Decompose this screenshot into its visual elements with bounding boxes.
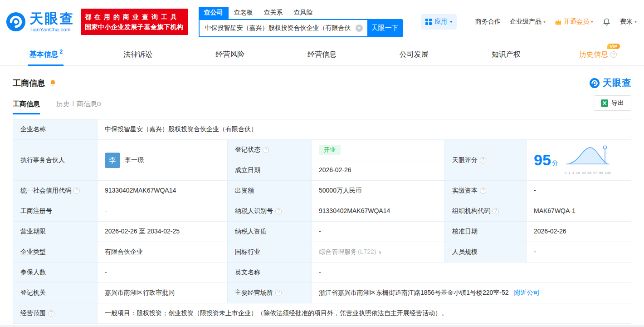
field-value: 2026-02-26 至 2034-02-25 [98,222,228,242]
subtab-business-info[interactable]: 工商信息 [13,100,40,114]
chevron-down-icon: ▾ [591,20,593,24]
help-icon[interactable]: ? [480,188,486,194]
help-icon[interactable]: ? [480,157,486,164]
help-icon[interactable]: ? [275,290,282,296]
table-row: 企业类型 有限合伙企业 国标行业 综合管理服务(L722)∨ 人员规模 - [13,242,631,263]
tab-legal-proceedings[interactable]: 法律诉讼 [92,44,184,65]
business-place-value: 浙江省嘉兴市南湖区东栅街道南江路1856号基金小镇1号楼220室-52附近公司 [312,283,631,303]
search-tab-risk[interactable]: 查风险 [288,7,318,19]
field-label: 参保人数 [13,263,98,283]
field-label: 执行事务合伙人 [13,140,98,181]
table-row: 企业名称 中保投智星安（嘉兴）股权投资合伙企业（有限合伙） [13,119,631,140]
business-scope-value: 一般项目：股权投资；创业投资（限投资未上市企业）（除依法须经批准的项目外，凭营业… [98,303,631,324]
field-label: 经营范围? [13,303,98,324]
chevron-down-icon: ∨ [378,250,381,255]
table-row: 营业期限 2026-02-26 至 2034-02-25 纳税人资质 - 核准日… [13,222,631,242]
search-tab-company[interactable]: 查公司 [199,7,229,19]
excel-icon [601,99,608,107]
page-bottom-strip [0,325,644,327]
business-info-table: 企业名称 中保投智星安（嘉兴）股权投资合伙企业（有限合伙） 执行事务合伙人 李 … [13,119,631,324]
search-input[interactable] [199,19,367,37]
field-label: 天眼评分? [445,140,527,181]
table-row: 登记机关 嘉兴市南湖区行政审批局 主要经营场所? 浙江省嘉兴市南湖区东栅街道南江… [13,283,631,303]
menu-cooperation[interactable]: 商务合作 [475,18,501,26]
tab-count-badge: 2 [60,49,63,55]
field-value: 91330402MAK67WQA14 [312,201,445,222]
field-label: 英文名称 [228,263,312,283]
score-axis-ticks: 0131550859799100 [565,170,611,176]
apps-menu[interactable]: 应用 ▾ [421,14,457,30]
search-tab-boss[interactable]: 查老板 [229,7,259,19]
field-label: 成立日期 [228,160,312,181]
help-icon[interactable]: ? [73,188,80,194]
field-value: - [312,222,445,242]
industry-value: 综合管理服务(L722)∨ [312,242,445,263]
field-label: 登记机关 [13,283,98,303]
tab-label: 基本信息 [29,50,59,59]
watermark-text: 天眼查 [603,77,631,89]
search-tab-relation[interactable]: 查关系 [259,7,288,19]
tab-operation-info[interactable]: 经营信息 [276,44,368,65]
help-icon[interactable]: ? [275,208,282,214]
help-icon[interactable]: ? [493,208,499,214]
topbar: 天眼查 TianYanCha.com 都在用的商业查询工具 国家中小企业发展子基… [0,0,644,44]
chevron-down-icon: ▾ [634,20,637,24]
menu-enterprise-products[interactable]: 企业级产品 ▾ [510,18,546,26]
tab-basic-info[interactable]: 基本信息 2 [0,44,92,65]
search-area: 查公司 查老板 查关系 查风险 ✕ 天眼一下 [199,7,403,37]
tab-label: 经营风险 [215,50,244,59]
tianyancha-watermark: 天眼查 [589,77,631,89]
field-label: 纳税人资质 [228,222,312,242]
user-menu[interactable]: 费米 ▾ [620,18,637,26]
field-value: - [527,181,631,201]
help-icon[interactable]: ? [610,51,617,58]
avatar: 李 [105,153,120,168]
tianyan-score[interactable]: 95分 0131550859799100 [534,144,624,176]
score-cell: 95分 0131550859799100 [527,140,631,181]
tab-label: 法律诉讼 [123,50,152,59]
partner-name: 李一璟 [125,155,144,165]
help-icon[interactable]: ? [263,147,269,153]
export-button[interactable]: 导出 [594,95,631,111]
subtab-history-business-info[interactable]: 历史工商信息0 [56,100,101,114]
top-menu: 应用 ▾ 商务合作 企业级产品 ▾ 开通会员 ▾ 费米 ▾ [421,14,637,30]
menu-open-vip[interactable]: 开通会员 ▾ [555,18,593,26]
field-value: 2026-02-26 [312,160,445,181]
slogan-banner: 都在用的商业查询工具 国家中小企业发展子基金旗下机构 [81,9,188,35]
clear-icon[interactable]: ✕ [356,25,363,32]
industry-expander[interactable]: 综合管理服务(L722)∨ [319,248,382,255]
partner-link[interactable]: 李 李一璟 [105,153,220,168]
search-tabs: 查公司 查老板 查关系 查风险 [199,7,403,19]
tab-company-development[interactable]: 公司发展 [368,44,460,65]
table-row: 执行事务合伙人 李 李一璟 登记状态? 开业 天眼评分? [13,140,631,160]
search-button[interactable]: 天眼一下 [367,19,403,37]
company-name-value: 中保投智星安（嘉兴）股权投资合伙企业（有限合伙） [98,119,631,140]
tianyancha-logo-icon [5,11,26,32]
field-label: 组织机构代码? [445,201,527,222]
field-label: 国标行业 [228,242,312,263]
field-label: 主要经营场所? [228,283,312,303]
crown-icon [555,19,562,25]
partner-cell: 李 李一璟 [98,140,228,181]
logo-text-en: TianYanCha.com [29,27,74,32]
tab-history-info[interactable]: 历史信息 VIP ? [552,44,644,65]
username: 费米 [620,18,633,26]
tab-label: 经营信息 [307,50,337,59]
field-value: 91330402MAK67WQA14 [98,181,228,201]
nearby-companies-link[interactable]: 附近公司 [514,289,540,296]
chevron-down-icon: ▾ [543,20,546,24]
subscribe-bell-icon[interactable] [49,79,57,87]
slogan-line2: 国家中小企业发展子基金旗下机构 [85,22,184,32]
field-value: - [98,201,228,222]
notification-bell-icon[interactable] [602,18,611,26]
help-icon[interactable]: ? [48,310,54,317]
cooperation-label: 商务合作 [475,18,501,26]
tab-intellectual-property[interactable]: 知识产权 [460,44,552,65]
field-value: MAK67WQA-1 [527,201,631,222]
status-badge: 开业 [319,145,341,155]
grid-icon [425,19,432,25]
vip-badge: VIP [607,44,620,49]
table-row: 参保人数 - 英文名称 - [13,263,631,283]
tianyancha-logo[interactable]: 天眼查 TianYanCha.com [5,11,74,32]
tab-operation-risk[interactable]: 经营风险 [184,44,276,65]
